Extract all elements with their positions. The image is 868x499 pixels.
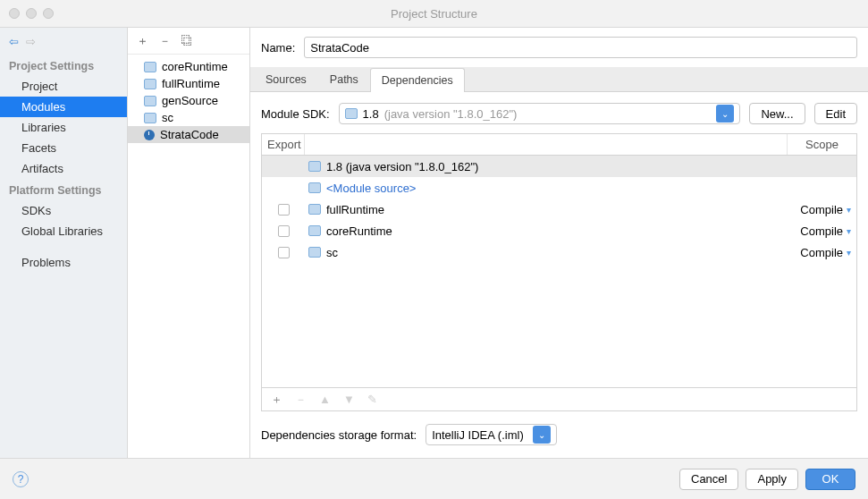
- chevron-down-icon[interactable]: ▾: [847, 248, 851, 258]
- export-checkbox[interactable]: [278, 225, 290, 237]
- clock-icon: [144, 130, 155, 140]
- folder-icon: [308, 225, 321, 236]
- sdk-version: 1.8: [363, 107, 379, 121]
- dependencies-footer: ＋ － ▲ ▼ ✎: [262, 387, 856, 410]
- help-icon[interactable]: ?: [13, 471, 29, 487]
- chevron-down-icon[interactable]: ▾: [847, 226, 851, 236]
- section-project-settings: Project Settings: [0, 55, 127, 76]
- export-checkbox[interactable]: [278, 247, 290, 258]
- module-item-sc[interactable]: sc: [128, 109, 249, 126]
- sdk-detail: (java version "1.8.0_162"): [384, 107, 518, 121]
- titlebar: Project Structure: [0, 0, 868, 27]
- dropdown-icon: ⌄: [533, 426, 551, 444]
- storage-format-label: Dependencies storage format:: [261, 428, 417, 442]
- module-item-stratacode[interactable]: StrataCode: [128, 126, 249, 143]
- module-tabs: SourcesPathsDependencies: [250, 67, 868, 92]
- folder-icon: [144, 113, 156, 123]
- nav-history: ⇦ ⇨: [0, 28, 127, 55]
- back-icon[interactable]: ⇦: [9, 35, 19, 48]
- dependency-row[interactable]: coreRuntimeCompile▾: [262, 220, 856, 241]
- name-label: Name:: [261, 41, 295, 55]
- sdk-new-button[interactable]: New...: [749, 103, 805, 124]
- storage-format-value: IntelliJ IDEA (.iml): [432, 428, 524, 442]
- sidebar-item-modules[interactable]: Modules: [0, 97, 127, 117]
- scope-value[interactable]: Compile: [800, 224, 843, 238]
- tab-paths[interactable]: Paths: [318, 67, 370, 91]
- sdk-icon: [345, 108, 358, 119]
- dialog-footer: ? Cancel Apply OK: [0, 458, 868, 499]
- module-list-panel: ＋ － ⿻ coreRuntimefullRuntimegenSourcescS…: [128, 28, 250, 458]
- sidebar-item-facets[interactable]: Facets: [0, 138, 127, 158]
- apply-button[interactable]: Apply: [746, 469, 798, 490]
- chevron-down-icon[interactable]: ▾: [847, 205, 851, 215]
- module-list: coreRuntimefullRuntimegenSourcescStrataC…: [128, 55, 249, 458]
- col-scope[interactable]: Scope: [787, 134, 856, 155]
- dependency-row[interactable]: 1.8 (java version "1.8.0_162"): [262, 156, 856, 177]
- dependency-label: fullRuntime: [326, 203, 384, 216]
- move-up-icon[interactable]: ▲: [319, 393, 331, 406]
- window-title: Project Structure: [0, 7, 868, 21]
- export-checkbox[interactable]: [278, 204, 290, 216]
- dependency-label: sc: [326, 246, 338, 259]
- add-dependency-icon[interactable]: ＋: [271, 392, 282, 408]
- scope-value[interactable]: Compile: [800, 203, 843, 216]
- add-module-icon[interactable]: ＋: [137, 33, 148, 49]
- folder-icon: [144, 62, 156, 72]
- dependency-row[interactable]: scCompile▾: [262, 241, 856, 263]
- section-platform-settings: Platform Settings: [0, 179, 127, 200]
- dependency-label: <Module source>: [326, 182, 416, 195]
- sdk-edit-button[interactable]: Edit: [814, 103, 857, 124]
- sidebar: ⇦ ⇨ Project Settings ProjectModulesLibra…: [0, 28, 128, 458]
- cancel-button[interactable]: Cancel: [679, 469, 738, 490]
- ok-button[interactable]: OK: [805, 469, 855, 490]
- folder-icon: [308, 247, 321, 258]
- dropdown-icon: ⌄: [716, 105, 734, 123]
- module-item-gensource[interactable]: genSource: [128, 92, 249, 109]
- module-item-coreruntime[interactable]: coreRuntime: [128, 58, 249, 75]
- module-name-input[interactable]: [304, 37, 857, 58]
- sidebar-item-artifacts[interactable]: Artifacts: [0, 158, 127, 179]
- folder-icon: [308, 204, 321, 215]
- scope-value[interactable]: Compile: [800, 246, 843, 259]
- tab-sources[interactable]: Sources: [254, 67, 318, 91]
- tab-dependencies[interactable]: Dependencies: [370, 68, 465, 92]
- module-detail-panel: Name: SourcesPathsDependencies Module SD…: [250, 28, 868, 458]
- module-toolbar: ＋ － ⿻: [128, 28, 249, 55]
- dependencies-table: Export Scope 1.8 (java version "1.8.0_16…: [261, 133, 857, 411]
- sidebar-item-problems[interactable]: Problems: [0, 252, 127, 273]
- sidebar-item-global-libraries[interactable]: Global Libraries: [0, 221, 127, 241]
- storage-format-select[interactable]: IntelliJ IDEA (.iml) ⌄: [426, 424, 557, 445]
- dependency-label: 1.8 (java version "1.8.0_162"): [326, 160, 478, 173]
- module-item-fullruntime[interactable]: fullRuntime: [128, 75, 249, 92]
- copy-module-icon[interactable]: ⿻: [181, 34, 193, 47]
- remove-dependency-icon[interactable]: －: [295, 392, 307, 408]
- sidebar-item-libraries[interactable]: Libraries: [0, 117, 127, 138]
- folder-icon: [144, 79, 156, 89]
- sidebar-item-sdks[interactable]: SDKs: [0, 200, 127, 221]
- folder-icon: [144, 96, 156, 106]
- edit-dependency-icon[interactable]: ✎: [367, 393, 377, 406]
- dependency-row[interactable]: fullRuntimeCompile▾: [262, 199, 856, 220]
- module-sdk-label: Module SDK:: [261, 107, 330, 121]
- dialog-body: ⇦ ⇨ Project Settings ProjectModulesLibra…: [0, 27, 868, 458]
- dependency-row[interactable]: <Module source>: [262, 177, 856, 199]
- dependencies-header: Export Scope: [262, 134, 856, 156]
- module-sdk-select[interactable]: 1.8 (java version "1.8.0_162") ⌄: [339, 103, 741, 124]
- forward-icon[interactable]: ⇨: [26, 35, 36, 48]
- move-down-icon[interactable]: ▼: [343, 393, 355, 406]
- dependency-label: coreRuntime: [326, 224, 392, 238]
- remove-module-icon[interactable]: －: [159, 33, 171, 49]
- sidebar-item-project[interactable]: Project: [0, 76, 127, 97]
- folder-icon: [308, 182, 321, 193]
- col-export[interactable]: Export: [262, 134, 305, 155]
- folder-icon: [308, 161, 321, 172]
